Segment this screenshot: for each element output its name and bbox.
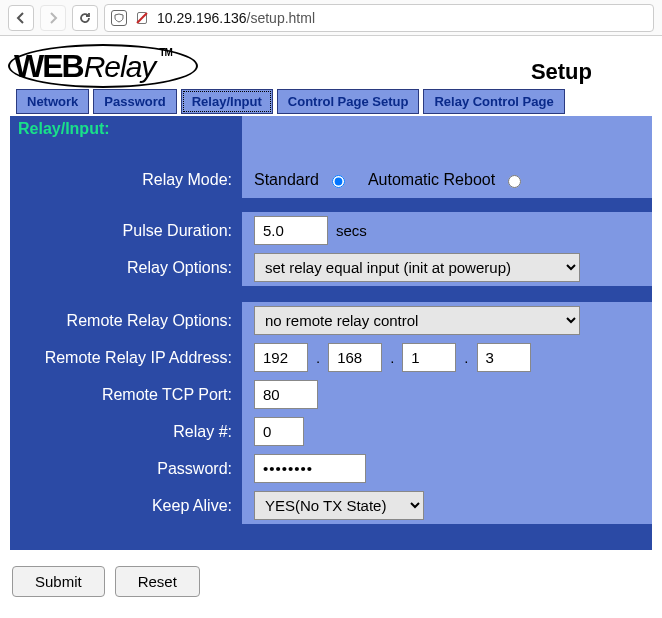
setup-tabs: Network Password Relay/Input Control Pag… (10, 89, 652, 114)
reload-icon (78, 11, 92, 25)
remote-ip-d-input[interactable] (477, 343, 531, 372)
page-title: Setup (531, 59, 652, 85)
label-relay-num: Relay #: (10, 413, 242, 450)
url-bar[interactable]: 10.29.196.136/setup.html (104, 4, 654, 32)
reset-button[interactable]: Reset (115, 566, 200, 597)
submit-button[interactable]: Submit (12, 566, 105, 597)
insecure-connection-icon (133, 9, 151, 27)
label-remote-ip: Remote Relay IP Address: (10, 339, 242, 376)
arrow-left-icon (14, 11, 28, 25)
remote-ip-c-input[interactable] (402, 343, 456, 372)
url-text: 10.29.196.136/setup.html (157, 10, 315, 26)
page-content: WEBRelayTM Setup Network Password Relay/… (0, 36, 662, 617)
relay-options-select[interactable]: set relay equal input (init at powerup) (254, 253, 580, 282)
label-pulse-duration: Pulse Duration: (10, 212, 242, 249)
label-relay-options: Relay Options: (10, 249, 242, 286)
nav-forward-button[interactable] (40, 5, 66, 31)
keep-alive-select[interactable]: YES(No TX State) (254, 491, 424, 520)
pulse-unit: secs (336, 222, 367, 239)
tab-relay-control-page[interactable]: Relay Control Page (423, 89, 564, 114)
pulse-duration-input[interactable] (254, 216, 328, 245)
relay-num-input[interactable] (254, 417, 304, 446)
tab-password[interactable]: Password (93, 89, 176, 114)
remote-ip-a-input[interactable] (254, 343, 308, 372)
relay-mode-standard-label: Standard (254, 171, 319, 189)
label-relay-mode: Relay Mode: (10, 162, 242, 198)
settings-panel: Relay/Input: Relay Mode: Standard Automa… (10, 116, 652, 550)
relay-mode-auto-radio[interactable] (508, 175, 521, 188)
tracking-protection-icon (111, 10, 127, 26)
label-remote-port: Remote TCP Port: (10, 376, 242, 413)
label-remote-relay-options: Remote Relay Options: (10, 302, 242, 339)
relay-mode-auto-label: Automatic Reboot (368, 171, 495, 189)
section-label: Relay/Input: (14, 116, 110, 138)
label-password: Password: (10, 450, 242, 487)
remote-password-input[interactable] (254, 454, 366, 483)
nav-reload-button[interactable] (72, 5, 98, 31)
tab-relay-input[interactable]: Relay/Input (181, 89, 273, 114)
relay-mode-standard-radio[interactable] (332, 175, 345, 188)
tab-network[interactable]: Network (16, 89, 89, 114)
remote-port-input[interactable] (254, 380, 318, 409)
arrow-right-icon (46, 11, 60, 25)
tab-control-page-setup[interactable]: Control Page Setup (277, 89, 420, 114)
remote-relay-options-select[interactable]: no remote relay control (254, 306, 580, 335)
browser-chrome: 10.29.196.136/setup.html (0, 0, 662, 36)
remote-ip-b-input[interactable] (328, 343, 382, 372)
nav-back-button[interactable] (8, 5, 34, 31)
webrelay-logo: WEBRelayTM (14, 48, 168, 85)
label-keep-alive: Keep Alive: (10, 487, 242, 524)
